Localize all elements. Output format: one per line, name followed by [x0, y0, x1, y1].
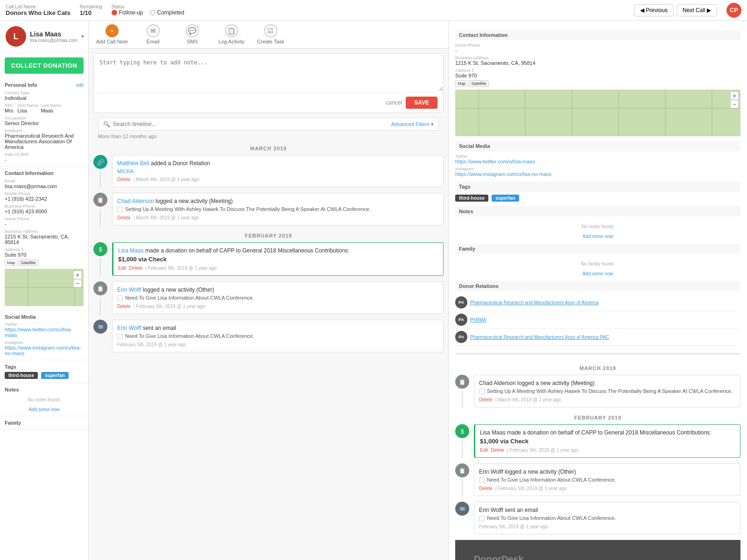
- right-feb-3-body: Need To Give Lisa Information About CWLA…: [479, 515, 735, 521]
- notes-section: Notes No notes found. Add some now: [0, 383, 88, 416]
- note-textarea[interactable]: [94, 54, 443, 91]
- address-value: 1215 K St, Sacramento, CA, 95814: [5, 234, 84, 245]
- right-feb-2-delete[interactable]: Delete: [479, 486, 493, 491]
- timeline-search-input[interactable]: [113, 121, 388, 127]
- timeline-card-4: Erin Wolff logged a new activity (Other)…: [112, 281, 444, 314]
- right-tl-dot-1: 📋: [455, 375, 469, 389]
- save-button[interactable]: SAVE: [406, 97, 437, 109]
- title-value: Mrs.: [5, 108, 14, 113]
- right-home-phone-value: -: [455, 48, 740, 53]
- add-call-note-label: Add Call Note: [96, 39, 128, 44]
- call-list-section: Call List Name Donors Who Like Cats: [6, 4, 70, 16]
- right-donor-relations-title: Donor Relations: [455, 281, 740, 291]
- lisa-maas-link[interactable]: Lisa Maas: [118, 247, 144, 254]
- feb-1-edit[interactable]: Edit: [118, 266, 126, 271]
- right-map-tab-satellite[interactable]: Satellite: [469, 80, 489, 87]
- mobile-value: +1 (916) 422-2342: [5, 196, 84, 202]
- feb-2-body: Need To Give Lisa Information About CWLA…: [117, 295, 438, 301]
- completed-option[interactable]: Completed: [150, 9, 184, 16]
- chad-link-1[interactable]: Chad Alderson: [117, 198, 154, 204]
- email-action[interactable]: ✉ Email: [139, 24, 167, 44]
- business-phone-label: Business Phone: [5, 204, 84, 209]
- lastname-label: Last Name: [41, 103, 61, 108]
- timeline-card-5: Erin Wolff sent an email Need To Give Li…: [112, 320, 444, 352]
- timeline-icon-col-1: 🔗: [93, 155, 107, 188]
- notes-add-link[interactable]: Add some now: [5, 407, 84, 412]
- right-address2-label: Address 2: [455, 68, 740, 73]
- employer-value: Pharmaceutical Research And Manufacturer…: [5, 133, 84, 150]
- contact-info-header: Contact Information: [5, 170, 84, 176]
- timeline-search-bar: 🔍 Advanced Filters ▾: [98, 118, 439, 131]
- march-2-delete[interactable]: Delete: [117, 215, 131, 220]
- dr-link-1[interactable]: Pharmaceutical Research and Manufacturer…: [470, 300, 599, 306]
- feb-2-delete[interactable]: Delete: [117, 304, 131, 309]
- map-tab-map[interactable]: Map: [5, 259, 18, 266]
- erin-wolff-link-2[interactable]: Erin Wolff: [117, 325, 141, 331]
- user-avatar[interactable]: CP: [726, 3, 741, 18]
- map-tab-satellite[interactable]: Satellite: [19, 259, 38, 266]
- sms-action[interactable]: 💬 SMS: [178, 24, 206, 44]
- next-call-button[interactable]: Next Call ▶: [677, 4, 717, 16]
- right-tl-card-2: Lisa Maas made a donation on behalf of C…: [474, 424, 740, 458]
- right-family-add-link[interactable]: Add some now: [455, 271, 740, 276]
- right-march-1-body: Setting Up A Meeting With Ashley Hawek T…: [479, 388, 735, 394]
- chevron-down-icon[interactable]: ▾: [81, 33, 84, 40]
- right-notes-add-link[interactable]: Add some now: [455, 234, 740, 239]
- feb-1-meta: Edit Delete | February 5th, 2019 @ 1 yea…: [118, 266, 438, 271]
- dr-link-2[interactable]: PhRMA: [470, 317, 486, 323]
- dr-link-3[interactable]: Pharmaceutical Research and Manufacturer…: [470, 334, 609, 340]
- prev-button[interactable]: ◀ Previous: [634, 4, 674, 16]
- right-twitter-link[interactable]: https://www.twitter.com/u/lisa-maas: [455, 159, 535, 164]
- right-map-tab-map[interactable]: Map: [455, 80, 468, 87]
- right-feb-3-body-text: Need To Give Lisa Information About CWLA…: [487, 515, 616, 521]
- right-map-zoom-in[interactable]: +: [730, 91, 739, 100]
- right-home-phone-label: Home Phone: [455, 43, 740, 48]
- right-map-zoom-out[interactable]: −: [730, 100, 739, 108]
- log-activity-action[interactable]: 📋 Log Activity: [218, 24, 246, 44]
- right-feb-1-delete[interactable]: Delete: [491, 448, 504, 453]
- create-task-action[interactable]: ☑ Create Task: [257, 24, 285, 44]
- matthew-bell-link[interactable]: Matthew Bell: [117, 160, 149, 167]
- erin-wolff-link-1[interactable]: Erin Wolff: [117, 287, 141, 293]
- right-instagram-link[interactable]: https://www.instagram.com/u/lisa-no-mass: [455, 171, 551, 177]
- right-feb-label: FEBRUARY 2019: [455, 415, 740, 420]
- right-panel-inner: Contact Information Home Phone - Busines…: [449, 21, 747, 560]
- right-march-1-delete[interactable]: Delete: [479, 397, 493, 402]
- followup-option[interactable]: Follow-up: [112, 9, 143, 16]
- timeline-icon-col-5: ✉: [93, 320, 107, 353]
- right-march-label: MARCH 2019: [455, 365, 740, 371]
- followup-radio[interactable]: [112, 10, 117, 15]
- march-1-delete[interactable]: Delete: [117, 177, 131, 182]
- collect-donation-button[interactable]: COLLECT DONATION: [5, 57, 84, 74]
- center-panel: + Add Call Note ✉ Email 💬 SMS 📋 Log Acti…: [89, 21, 448, 560]
- checkbox-icon-3: [117, 334, 123, 339]
- feb-1-delete[interactable]: Delete: [129, 266, 142, 271]
- map-tabs: Map Satellite: [5, 259, 84, 266]
- cancel-button[interactable]: cancel: [386, 97, 402, 109]
- advanced-filters-link[interactable]: Advanced Filters ▾: [391, 121, 434, 127]
- personal-info-edit[interactable]: edit: [76, 83, 84, 88]
- remaining-section: Remaining 1/10: [80, 4, 102, 16]
- right-contact-title: Contact Information: [455, 30, 740, 40]
- twitter-link[interactable]: https://www.twitter.com/u/lisa-maas: [5, 327, 72, 338]
- right-feb-1-edit[interactable]: Edit: [480, 448, 488, 453]
- right-feb-2-date: | February 5th, 2019 @ 1 year ago: [495, 486, 567, 491]
- completed-radio[interactable]: [150, 10, 155, 15]
- mobile-label: Mobile Phone: [5, 191, 84, 196]
- tag-third-house: third-house: [5, 372, 38, 379]
- left-panel: L Lisa Maas lisa.mass@prmaa.com ▾ COLLEC…: [0, 21, 89, 560]
- right-tags-list: third-house superfan: [455, 195, 740, 202]
- right-tag-third-house: third-house: [455, 195, 488, 202]
- right-feb-3-meta: February 5th, 2019 @ 1 year ago: [479, 524, 735, 529]
- instagram-link[interactable]: https://www.instagram.com/u/lisa-no-mass: [5, 345, 81, 356]
- add-call-note-action[interactable]: + Add Call Note: [96, 24, 128, 44]
- sms-label: SMS: [187, 39, 198, 44]
- feb-3-body-text: Need To Give Lisa Information About CWLA…: [125, 333, 254, 339]
- map-zoom-in[interactable]: +: [73, 271, 82, 279]
- family-section: Family: [0, 416, 88, 430]
- feb-1-title: Lisa Maas made a donation on behalf of C…: [118, 247, 438, 254]
- micra-link[interactable]: MICRA: [117, 168, 134, 174]
- right-tl-line-3: [462, 479, 463, 497]
- right-feb-3-checkbox: Need To Give Lisa Information About CWLA…: [479, 515, 735, 521]
- map-zoom-out[interactable]: −: [73, 279, 82, 287]
